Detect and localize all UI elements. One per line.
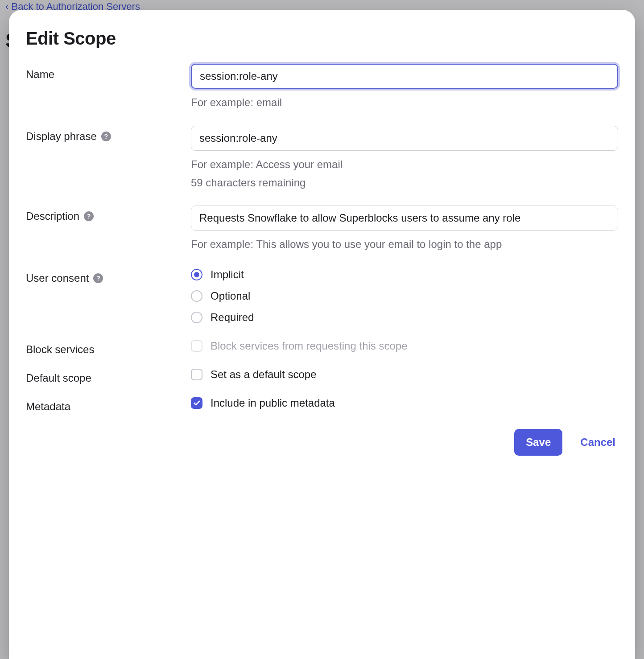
label-block-services: Block services — [26, 339, 191, 356]
label-name: Name — [26, 64, 191, 81]
radio-optional[interactable]: Optional — [191, 290, 485, 302]
default-scope-checkbox-label: Set as a default scope — [211, 368, 317, 381]
edit-scope-dialog: Edit Scope Name For example: email Displ… — [9, 10, 485, 497]
row-user-consent: User consent ? Implicit Optional Require… — [26, 268, 485, 324]
row-block-services: Block services Block services from reque… — [26, 339, 485, 356]
label-default-scope: Default scope — [26, 367, 191, 384]
help-icon[interactable]: ? — [101, 132, 111, 141]
help-icon[interactable]: ? — [84, 211, 94, 221]
default-scope-checkbox-row[interactable]: Set as a default scope — [191, 367, 485, 381]
radio-optional-label: Optional — [211, 290, 250, 302]
label-display-phrase: Display phrase ? — [26, 126, 191, 143]
radio-required-label: Required — [211, 311, 254, 324]
label-display-phrase-text: Display phrase — [26, 130, 97, 143]
name-input[interactable] — [191, 64, 485, 89]
dialog-title: Edit Scope — [26, 29, 485, 49]
display-phrase-input[interactable] — [191, 126, 485, 151]
label-description-text: Description — [26, 210, 79, 222]
row-description: Description ? For example: This allows y… — [26, 206, 485, 252]
label-block-services-text: Block services — [26, 343, 94, 356]
radio-implicit-label: Implicit — [211, 268, 244, 281]
block-services-checkbox-row: Block services from requesting this scop… — [191, 339, 485, 352]
label-user-consent-text: User consent — [26, 272, 89, 284]
radio-implicit[interactable]: Implicit — [191, 268, 485, 281]
radio-required[interactable]: Required — [191, 311, 485, 324]
row-default-scope: Default scope Set as a default scope — [26, 367, 485, 384]
metadata-checkbox-row[interactable]: Include in public metadata — [191, 396, 485, 409]
label-metadata-text: Metadata — [26, 400, 70, 413]
row-metadata: Metadata Include in public metadata — [26, 396, 485, 413]
label-name-text: Name — [26, 68, 54, 81]
name-hint: For example: email — [191, 95, 485, 111]
block-services-checkbox — [191, 340, 202, 352]
help-icon[interactable]: ? — [93, 273, 103, 283]
description-input[interactable] — [191, 206, 485, 231]
label-user-consent: User consent ? — [26, 268, 191, 284]
block-services-checkbox-label: Block services from requesting this scop… — [211, 340, 408, 352]
check-icon — [194, 400, 200, 406]
row-name: Name For example: email — [26, 64, 485, 111]
display-phrase-remaining: 59 characters remaining — [191, 175, 485, 191]
metadata-checkbox[interactable] — [191, 397, 202, 409]
radio-icon — [191, 290, 202, 302]
display-phrase-hint: For example: Access your email — [191, 157, 485, 173]
radio-icon — [191, 269, 202, 280]
row-display-phrase: Display phrase ? For example: Access you… — [26, 126, 485, 191]
label-metadata: Metadata — [26, 396, 191, 413]
default-scope-checkbox[interactable] — [191, 369, 202, 380]
dialog-footer: Save Cancel — [26, 429, 485, 456]
user-consent-radio-group: Implicit Optional Required — [191, 268, 485, 324]
label-default-scope-text: Default scope — [26, 372, 91, 384]
label-description: Description ? — [26, 206, 191, 222]
radio-icon — [191, 312, 202, 323]
metadata-checkbox-label: Include in public metadata — [211, 397, 335, 409]
description-hint: For example: This allows you to use your… — [191, 237, 485, 252]
